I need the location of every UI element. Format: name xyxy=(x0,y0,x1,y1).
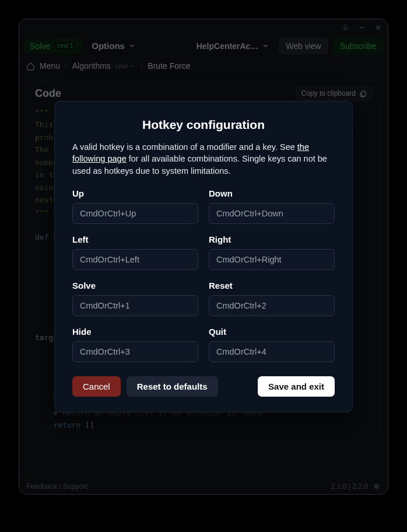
hotkey-field-solve: Solve xyxy=(72,281,198,316)
field-label: Reset xyxy=(209,281,335,290)
hotkey-field-right: Right xyxy=(209,235,335,270)
hotkey-input-up[interactable] xyxy=(72,203,198,224)
app-window: Solve cmd 1 Options HelpCenterAc… Web vi… xyxy=(19,19,388,495)
field-label: Down xyxy=(209,188,335,198)
modal-actions: Cancel Reset to defaults Save and exit xyxy=(72,376,335,397)
hotkey-input-down[interactable] xyxy=(209,203,335,224)
hotkey-field-grid: Up Down Left Right Solve xyxy=(72,188,335,362)
hotkey-input-right[interactable] xyxy=(209,249,335,270)
reset-defaults-button[interactable]: Reset to defaults xyxy=(127,376,218,397)
hotkey-input-quit[interactable] xyxy=(209,341,335,362)
hotkey-field-quit: Quit xyxy=(209,327,335,362)
hotkey-field-reset: Reset xyxy=(209,281,335,316)
modal-description: A valid hotkey is a combination of a mod… xyxy=(72,141,335,177)
hotkey-field-left: Left xyxy=(72,235,198,270)
field-label: Left xyxy=(72,235,198,244)
save-exit-button[interactable]: Save and exit xyxy=(258,376,335,397)
hotkey-input-reset[interactable] xyxy=(209,295,335,316)
hotkey-field-up: Up xyxy=(72,188,198,224)
hotkey-input-left[interactable] xyxy=(72,249,198,270)
field-label: Right xyxy=(209,235,335,244)
field-label: Up xyxy=(72,188,198,198)
hotkey-modal: Hotkey configuration A valid hotkey is a… xyxy=(54,101,353,412)
hotkey-field-hide: Hide xyxy=(72,327,198,362)
hotkey-field-down: Down xyxy=(209,188,335,224)
hotkey-input-solve[interactable] xyxy=(72,295,198,316)
hotkey-input-hide[interactable] xyxy=(72,341,198,362)
cancel-button[interactable]: Cancel xyxy=(72,376,121,397)
modal-scrim[interactable]: Hotkey configuration A valid hotkey is a… xyxy=(19,19,388,494)
field-label: Solve xyxy=(72,281,198,290)
modal-title: Hotkey configuration xyxy=(72,118,335,132)
field-label: Hide xyxy=(72,327,198,337)
field-label: Quit xyxy=(209,327,335,337)
